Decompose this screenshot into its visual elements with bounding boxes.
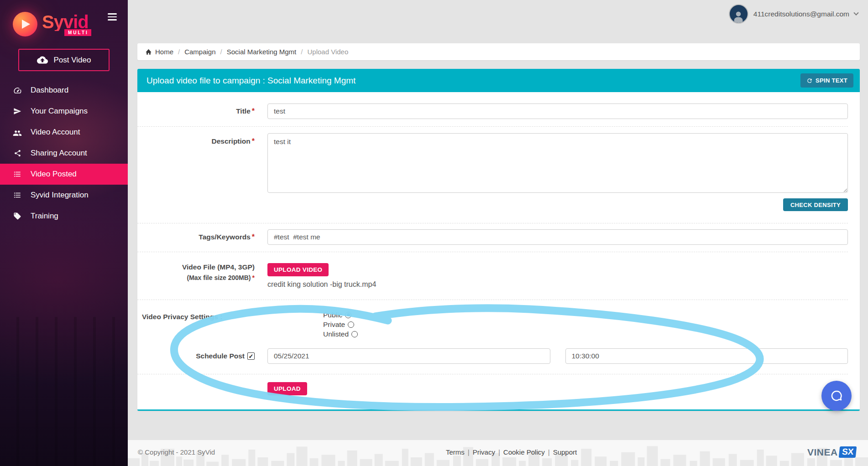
breadcrumb-separator: /	[178, 48, 180, 56]
sidebar-item-video-posted[interactable]: Video Posted	[0, 164, 128, 185]
privacy-radio-group: Public Private Unlisted	[323, 310, 848, 339]
tags-input[interactable]	[267, 229, 848, 245]
breadcrumb-home[interactable]: Home	[145, 48, 173, 56]
privacy-option-private[interactable]: Private	[323, 320, 848, 329]
breadcrumb-separator: /	[301, 48, 303, 56]
sidebar-item-label: Sharing Account	[31, 149, 87, 158]
description-textarea[interactable]: test it	[267, 133, 848, 193]
footer: © Copyright - 2021 SyVid Terms | Privacy…	[128, 440, 868, 466]
chat-beacon-button[interactable]	[821, 381, 852, 411]
title-label: Title	[236, 107, 251, 115]
account-email: 411creditsolutions@gmail.com	[753, 10, 849, 18]
hamburger-menu-icon[interactable]	[108, 13, 117, 22]
selected-filename: credit king solution -big truck.mp4	[267, 280, 848, 289]
privacy-link[interactable]: Privacy	[473, 448, 495, 456]
sidebar-item-label: Dashboard	[31, 86, 68, 95]
sidebar-item-training[interactable]: Training	[0, 206, 128, 227]
breadcrumb-upload-video: Upload Video	[307, 48, 348, 56]
sidebar-item-label: Video Posted	[31, 170, 77, 179]
title-row: Title*	[137, 92, 848, 127]
video-file-label: Video File (MP4, 3GP)	[137, 263, 255, 271]
share-icon	[13, 149, 22, 157]
terms-link[interactable]: Terms	[446, 448, 465, 456]
check-density-button[interactable]: CHECK DENSITY	[783, 198, 848, 211]
app-root: Syvid MULTI Post Video Dashboard Your Ca…	[0, 0, 868, 466]
topbar: 411creditsolutions@gmail.com	[128, 0, 868, 28]
main-area: 411creditsolutions@gmail.com Home / Camp…	[128, 0, 868, 466]
breadcrumb-campaign[interactable]: Campaign	[184, 48, 215, 56]
refresh-icon	[806, 78, 813, 84]
privacy-option-unlisted[interactable]: Unlisted	[323, 329, 848, 339]
required-marker: *	[252, 233, 255, 241]
support-link[interactable]: Support	[553, 448, 577, 456]
tags-row: Tags/Keywords*	[137, 223, 848, 252]
sidebar: Syvid MULTI Post Video Dashboard Your Ca…	[0, 0, 128, 466]
sidebar-item-dashboard[interactable]: Dashboard	[0, 80, 128, 101]
account-menu[interactable]: 411creditsolutions@gmail.com	[729, 4, 858, 24]
sidebar-item-label: Training	[31, 212, 58, 221]
post-video-button[interactable]: Post Video	[18, 49, 110, 71]
sidebar-item-your-campaigns[interactable]: Your Campaigns	[0, 101, 128, 122]
list-icon	[13, 191, 22, 199]
required-marker: *	[252, 137, 255, 145]
post-video-label: Post Video	[54, 56, 91, 65]
privacy-schedule-row: Video Privacy Settings : Public Private	[137, 300, 848, 374]
sidebar-item-sharing-account[interactable]: Sharing Account	[0, 143, 128, 164]
panel-title: Upload video file to campaign : Social M…	[146, 76, 800, 86]
required-marker: *	[252, 107, 255, 115]
video-file-sublabel: (Max file size 200MB)*	[137, 274, 255, 281]
spin-text-button[interactable]: SPIN TEXT	[800, 73, 853, 88]
schedule-time-input[interactable]	[565, 348, 848, 364]
cookie-policy-link[interactable]: Cookie Policy	[503, 448, 545, 456]
breadcrumb-separator: /	[220, 48, 222, 56]
brand-badge: MULTI	[64, 29, 91, 36]
gauge-icon	[13, 86, 22, 95]
upload-video-button[interactable]: UPLOAD VIDEO	[267, 263, 329, 276]
privacy-option-public[interactable]: Public	[323, 310, 848, 320]
sidebar-item-label: Syvid Integration	[31, 191, 89, 200]
brand-logo[interactable]: Syvid MULTI	[0, 0, 128, 39]
panel-header: Upload video file to campaign : Social M…	[137, 69, 860, 92]
sidebar-item-syvid-integration[interactable]: Syvid Integration	[0, 185, 128, 206]
paper-plane-icon	[13, 107, 22, 115]
brand-name: Syvid	[42, 13, 89, 31]
schedule-post-label: Schedule Post	[196, 352, 245, 360]
radio-private[interactable]	[348, 321, 354, 328]
sidebar-item-label: Video Account	[31, 128, 80, 137]
chevron-down-icon	[853, 10, 858, 15]
breadcrumb: Home / Campaign / Social Marketing Mgmt …	[137, 43, 860, 60]
tags-label: Tags/Keywords	[199, 233, 250, 241]
sidebar-item-video-account[interactable]: Video Account	[0, 122, 128, 143]
description-label: Description	[212, 137, 251, 145]
description-row: Description* test it CHECK DENSITY	[137, 127, 848, 223]
tag-icon	[13, 212, 22, 220]
list-icon	[13, 170, 22, 178]
avatar	[729, 4, 748, 24]
title-input[interactable]	[267, 104, 848, 119]
schedule-date-input[interactable]	[267, 348, 550, 364]
play-logo-icon	[13, 12, 37, 36]
users-icon	[13, 129, 22, 136]
radio-public[interactable]	[345, 312, 351, 318]
footer-links: Terms | Privacy | Cookie Policy | Suppor…	[446, 448, 577, 456]
upload-form: Title* Description* test it CHECK DENSIT…	[137, 92, 860, 395]
radio-unlisted[interactable]	[351, 331, 358, 337]
upload-row: UPLOAD	[137, 374, 848, 395]
schedule-post-checkbox[interactable]: ✓	[247, 352, 255, 360]
home-icon	[145, 49, 152, 55]
privacy-settings-label: Video Privacy Settings :	[142, 313, 222, 321]
required-marker: *	[252, 274, 255, 281]
video-file-row: Video File (MP4, 3GP) (Max file size 200…	[137, 252, 848, 300]
upload-panel: Upload video file to campaign : Social M…	[137, 69, 860, 411]
cloud-upload-icon	[37, 56, 48, 64]
vineasx-logo: VINEA SX	[807, 446, 856, 458]
chat-bubble-icon	[829, 388, 844, 403]
sidebar-item-label: Your Campaigns	[31, 107, 88, 116]
copyright-text: © Copyright - 2021 SyVid	[138, 448, 215, 456]
sidebar-nav: Dashboard Your Campaigns Video Account S…	[0, 80, 128, 227]
upload-button[interactable]: UPLOAD	[267, 382, 307, 395]
breadcrumb-social-marketing-mgmt[interactable]: Social Marketing Mgmt	[227, 48, 297, 56]
content: Home / Campaign / Social Marketing Mgmt …	[128, 43, 868, 411]
schedule-row: Schedule Post ✓	[137, 348, 848, 364]
